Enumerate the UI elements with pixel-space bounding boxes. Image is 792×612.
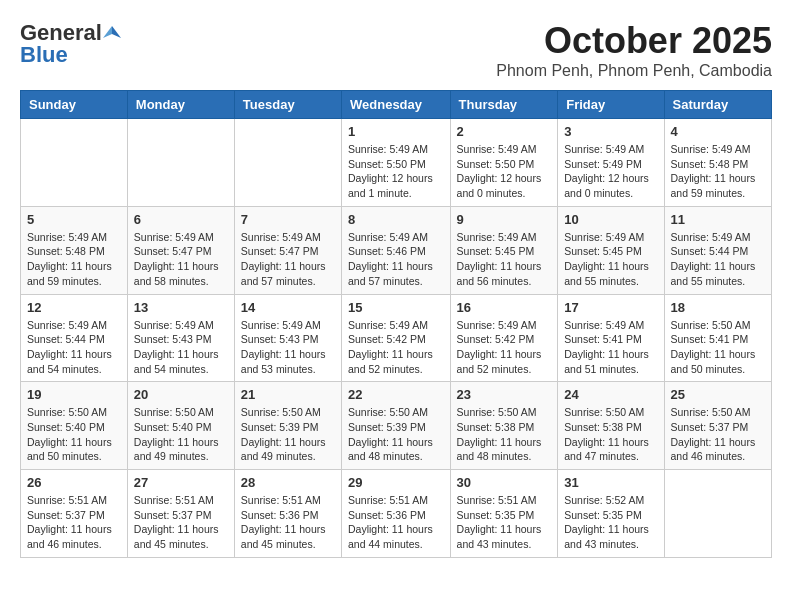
day-number: 4 bbox=[671, 124, 765, 139]
calendar-cell bbox=[21, 119, 128, 207]
svg-marker-0 bbox=[112, 26, 121, 38]
calendar-cell: 23Sunrise: 5:50 AM Sunset: 5:38 PM Dayli… bbox=[450, 382, 558, 470]
calendar-cell: 12Sunrise: 5:49 AM Sunset: 5:44 PM Dayli… bbox=[21, 294, 128, 382]
weekday-header-wednesday: Wednesday bbox=[342, 91, 451, 119]
day-info: Sunrise: 5:49 AM Sunset: 5:42 PM Dayligh… bbox=[348, 318, 444, 377]
weekday-header-saturday: Saturday bbox=[664, 91, 771, 119]
day-number: 29 bbox=[348, 475, 444, 490]
day-info: Sunrise: 5:51 AM Sunset: 5:36 PM Dayligh… bbox=[348, 493, 444, 552]
day-number: 16 bbox=[457, 300, 552, 315]
day-number: 31 bbox=[564, 475, 657, 490]
weekday-header-sunday: Sunday bbox=[21, 91, 128, 119]
calendar-cell bbox=[127, 119, 234, 207]
svg-marker-1 bbox=[103, 26, 112, 38]
calendar-cell: 28Sunrise: 5:51 AM Sunset: 5:36 PM Dayli… bbox=[234, 470, 341, 558]
calendar-cell: 19Sunrise: 5:50 AM Sunset: 5:40 PM Dayli… bbox=[21, 382, 128, 470]
calendar-cell: 27Sunrise: 5:51 AM Sunset: 5:37 PM Dayli… bbox=[127, 470, 234, 558]
day-info: Sunrise: 5:50 AM Sunset: 5:39 PM Dayligh… bbox=[348, 405, 444, 464]
day-info: Sunrise: 5:49 AM Sunset: 5:49 PM Dayligh… bbox=[564, 142, 657, 201]
day-info: Sunrise: 5:51 AM Sunset: 5:36 PM Dayligh… bbox=[241, 493, 335, 552]
calendar-cell: 29Sunrise: 5:51 AM Sunset: 5:36 PM Dayli… bbox=[342, 470, 451, 558]
calendar-cell bbox=[234, 119, 341, 207]
calendar-cell: 9Sunrise: 5:49 AM Sunset: 5:45 PM Daylig… bbox=[450, 206, 558, 294]
calendar-table: SundayMondayTuesdayWednesdayThursdayFrid… bbox=[20, 90, 772, 558]
day-info: Sunrise: 5:51 AM Sunset: 5:35 PM Dayligh… bbox=[457, 493, 552, 552]
day-info: Sunrise: 5:50 AM Sunset: 5:38 PM Dayligh… bbox=[457, 405, 552, 464]
day-info: Sunrise: 5:49 AM Sunset: 5:47 PM Dayligh… bbox=[134, 230, 228, 289]
calendar-cell: 5Sunrise: 5:49 AM Sunset: 5:48 PM Daylig… bbox=[21, 206, 128, 294]
day-number: 7 bbox=[241, 212, 335, 227]
day-number: 10 bbox=[564, 212, 657, 227]
calendar-cell: 22Sunrise: 5:50 AM Sunset: 5:39 PM Dayli… bbox=[342, 382, 451, 470]
day-info: Sunrise: 5:49 AM Sunset: 5:44 PM Dayligh… bbox=[27, 318, 121, 377]
day-number: 13 bbox=[134, 300, 228, 315]
month-title: October 2025 bbox=[496, 20, 772, 62]
calendar-cell: 10Sunrise: 5:49 AM Sunset: 5:45 PM Dayli… bbox=[558, 206, 664, 294]
day-number: 11 bbox=[671, 212, 765, 227]
day-number: 5 bbox=[27, 212, 121, 227]
day-info: Sunrise: 5:51 AM Sunset: 5:37 PM Dayligh… bbox=[27, 493, 121, 552]
day-number: 2 bbox=[457, 124, 552, 139]
day-info: Sunrise: 5:50 AM Sunset: 5:37 PM Dayligh… bbox=[671, 405, 765, 464]
calendar-cell: 3Sunrise: 5:49 AM Sunset: 5:49 PM Daylig… bbox=[558, 119, 664, 207]
day-info: Sunrise: 5:50 AM Sunset: 5:39 PM Dayligh… bbox=[241, 405, 335, 464]
day-info: Sunrise: 5:49 AM Sunset: 5:50 PM Dayligh… bbox=[457, 142, 552, 201]
day-number: 6 bbox=[134, 212, 228, 227]
day-info: Sunrise: 5:49 AM Sunset: 5:48 PM Dayligh… bbox=[671, 142, 765, 201]
day-number: 20 bbox=[134, 387, 228, 402]
calendar-cell: 8Sunrise: 5:49 AM Sunset: 5:46 PM Daylig… bbox=[342, 206, 451, 294]
day-info: Sunrise: 5:51 AM Sunset: 5:37 PM Dayligh… bbox=[134, 493, 228, 552]
day-info: Sunrise: 5:50 AM Sunset: 5:38 PM Dayligh… bbox=[564, 405, 657, 464]
day-number: 19 bbox=[27, 387, 121, 402]
day-info: Sunrise: 5:49 AM Sunset: 5:50 PM Dayligh… bbox=[348, 142, 444, 201]
day-info: Sunrise: 5:50 AM Sunset: 5:40 PM Dayligh… bbox=[134, 405, 228, 464]
day-info: Sunrise: 5:52 AM Sunset: 5:35 PM Dayligh… bbox=[564, 493, 657, 552]
day-number: 30 bbox=[457, 475, 552, 490]
day-info: Sunrise: 5:50 AM Sunset: 5:41 PM Dayligh… bbox=[671, 318, 765, 377]
day-info: Sunrise: 5:49 AM Sunset: 5:44 PM Dayligh… bbox=[671, 230, 765, 289]
day-number: 22 bbox=[348, 387, 444, 402]
location-title: Phnom Penh, Phnom Penh, Cambodia bbox=[496, 62, 772, 80]
weekday-header-tuesday: Tuesday bbox=[234, 91, 341, 119]
day-number: 9 bbox=[457, 212, 552, 227]
day-number: 3 bbox=[564, 124, 657, 139]
day-info: Sunrise: 5:49 AM Sunset: 5:43 PM Dayligh… bbox=[241, 318, 335, 377]
day-number: 1 bbox=[348, 124, 444, 139]
logo-bird-icon bbox=[103, 24, 121, 42]
calendar-cell: 14Sunrise: 5:49 AM Sunset: 5:43 PM Dayli… bbox=[234, 294, 341, 382]
calendar-cell: 13Sunrise: 5:49 AM Sunset: 5:43 PM Dayli… bbox=[127, 294, 234, 382]
calendar-cell: 2Sunrise: 5:49 AM Sunset: 5:50 PM Daylig… bbox=[450, 119, 558, 207]
day-info: Sunrise: 5:50 AM Sunset: 5:40 PM Dayligh… bbox=[27, 405, 121, 464]
calendar-cell: 1Sunrise: 5:49 AM Sunset: 5:50 PM Daylig… bbox=[342, 119, 451, 207]
page-header: General Blue October 2025 Phnom Penh, Ph… bbox=[20, 20, 772, 80]
calendar-week-row: 1Sunrise: 5:49 AM Sunset: 5:50 PM Daylig… bbox=[21, 119, 772, 207]
day-number: 14 bbox=[241, 300, 335, 315]
calendar-cell: 24Sunrise: 5:50 AM Sunset: 5:38 PM Dayli… bbox=[558, 382, 664, 470]
calendar-cell: 25Sunrise: 5:50 AM Sunset: 5:37 PM Dayli… bbox=[664, 382, 771, 470]
calendar-cell bbox=[664, 470, 771, 558]
calendar-cell: 4Sunrise: 5:49 AM Sunset: 5:48 PM Daylig… bbox=[664, 119, 771, 207]
day-number: 24 bbox=[564, 387, 657, 402]
day-number: 15 bbox=[348, 300, 444, 315]
calendar-cell: 17Sunrise: 5:49 AM Sunset: 5:41 PM Dayli… bbox=[558, 294, 664, 382]
day-number: 18 bbox=[671, 300, 765, 315]
calendar-week-row: 19Sunrise: 5:50 AM Sunset: 5:40 PM Dayli… bbox=[21, 382, 772, 470]
calendar-cell: 20Sunrise: 5:50 AM Sunset: 5:40 PM Dayli… bbox=[127, 382, 234, 470]
calendar-cell: 11Sunrise: 5:49 AM Sunset: 5:44 PM Dayli… bbox=[664, 206, 771, 294]
title-block: October 2025 Phnom Penh, Phnom Penh, Cam… bbox=[496, 20, 772, 80]
weekday-header-thursday: Thursday bbox=[450, 91, 558, 119]
calendar-cell: 16Sunrise: 5:49 AM Sunset: 5:42 PM Dayli… bbox=[450, 294, 558, 382]
calendar-week-row: 26Sunrise: 5:51 AM Sunset: 5:37 PM Dayli… bbox=[21, 470, 772, 558]
calendar-cell: 21Sunrise: 5:50 AM Sunset: 5:39 PM Dayli… bbox=[234, 382, 341, 470]
day-info: Sunrise: 5:49 AM Sunset: 5:42 PM Dayligh… bbox=[457, 318, 552, 377]
weekday-header-monday: Monday bbox=[127, 91, 234, 119]
day-number: 12 bbox=[27, 300, 121, 315]
calendar-cell: 31Sunrise: 5:52 AM Sunset: 5:35 PM Dayli… bbox=[558, 470, 664, 558]
day-info: Sunrise: 5:49 AM Sunset: 5:45 PM Dayligh… bbox=[564, 230, 657, 289]
day-number: 25 bbox=[671, 387, 765, 402]
calendar-cell: 30Sunrise: 5:51 AM Sunset: 5:35 PM Dayli… bbox=[450, 470, 558, 558]
day-info: Sunrise: 5:49 AM Sunset: 5:47 PM Dayligh… bbox=[241, 230, 335, 289]
calendar-cell: 18Sunrise: 5:50 AM Sunset: 5:41 PM Dayli… bbox=[664, 294, 771, 382]
day-info: Sunrise: 5:49 AM Sunset: 5:46 PM Dayligh… bbox=[348, 230, 444, 289]
logo: General Blue bbox=[20, 20, 122, 68]
